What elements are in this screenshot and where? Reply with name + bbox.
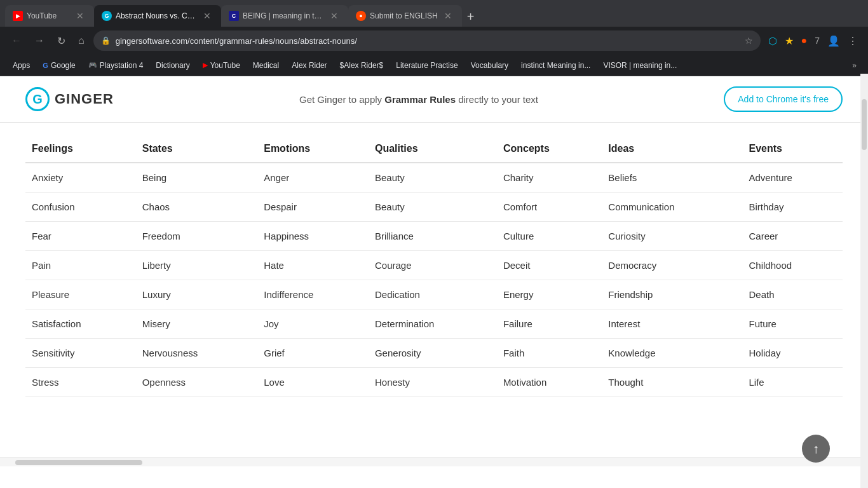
bookmark-playstation-label: Playstation 4 <box>100 61 144 70</box>
bookmarks-more-button[interactable]: » <box>848 60 860 71</box>
scrollbar-thumb[interactable] <box>862 99 867 150</box>
bookmark-playstation[interactable]: 🎮 Playstation 4 <box>83 60 149 71</box>
ginger-logo[interactable]: G GINGER <box>25 87 114 111</box>
cell-r1-c5: Communication <box>602 193 742 222</box>
cell-r0-c4: Charity <box>497 163 602 193</box>
main-content: Feelings States Emotions Qualities Conce… <box>0 123 868 410</box>
home-button[interactable]: ⌂ <box>74 32 88 49</box>
bookmark-medical[interactable]: Medical <box>248 60 284 71</box>
bookmark-alexrider[interactable]: Alex Rider <box>287 60 332 71</box>
cell-r6-c4: Faith <box>497 339 602 368</box>
cell-r4-c1: Luxury <box>136 280 258 309</box>
bookmark-google[interactable]: G Google <box>37 60 80 71</box>
ginger-logo-text: GINGER <box>55 91 114 107</box>
cell-r1-c0: Confusion <box>25 193 136 222</box>
bookmark-alexrider-label: Alex Rider <box>292 61 327 70</box>
bookmark-visor[interactable]: VISOR | meaning in... <box>598 60 682 71</box>
tab-favicon-reddit: ● <box>356 11 366 21</box>
bookmark-star-icon[interactable]: ☆ <box>745 36 753 46</box>
cell-r7-c5: Thought <box>602 368 742 397</box>
cell-r7-c1: Openness <box>136 368 258 397</box>
tab-close-reddit[interactable]: ✕ <box>442 10 454 22</box>
add-chrome-button[interactable]: Add to Chrome it's free <box>724 86 843 112</box>
cell-r4-c5: Friendship <box>602 280 742 309</box>
cell-r3-c1: Liberty <box>136 251 258 280</box>
cell-r3-c0: Pain <box>25 251 136 280</box>
tab-reddit[interactable]: ● Submit to ENGLISH ✕ <box>348 5 462 27</box>
table-row: FearFreedomHappinessBrillianceCultureCur… <box>25 222 843 251</box>
bookmark-dictionary-label: Dictionary <box>156 61 189 70</box>
refresh-button[interactable]: ↻ <box>53 32 69 50</box>
bookmark-vocabulary-label: Vocabulary <box>471 61 508 70</box>
col-emotions: Emotions <box>257 135 369 163</box>
table-row: AnxietyBeingAngerBeautyCharityBeliefsAdv… <box>25 163 843 193</box>
table-header-row: Feelings States Emotions Qualities Conce… <box>25 135 843 163</box>
user-avatar-btn[interactable]: 👤 <box>825 32 843 50</box>
bookmark-apps-label: Apps <box>13 61 30 70</box>
browser-actions: ⬡ ★ ● 7 👤 ⋮ <box>766 32 860 50</box>
page-content: G GINGER Get Ginger to apply Grammar Rul… <box>0 76 868 458</box>
cell-r4-c4: Energy <box>497 280 602 309</box>
cell-r2-c0: Fear <box>25 222 136 251</box>
cell-r5-c5: Interest <box>602 309 742 339</box>
table-row: PainLibertyHateCourageDeceitDemocracyChi… <box>25 251 843 280</box>
cell-r6-c2: Grief <box>257 339 369 368</box>
cell-r6-c3: Generosity <box>369 339 497 368</box>
cell-r3-c4: Deceit <box>497 251 602 280</box>
cell-r7-c6: Life <box>743 368 843 397</box>
new-tab-button[interactable]: + <box>462 7 480 27</box>
promo-prefix: Get Ginger to apply <box>299 94 384 105</box>
menu-button[interactable]: ⋮ <box>845 32 860 50</box>
col-events: Events <box>743 135 843 163</box>
extension-btn2[interactable]: 7 <box>812 33 822 48</box>
bookmark-alexrider2[interactable]: $Alex Rider$ <box>335 60 389 71</box>
bookmark-alexrider2-label: $Alex Rider$ <box>340 61 384 70</box>
extensions-button[interactable]: ⬡ <box>766 32 780 50</box>
back-button[interactable]: ← <box>8 32 25 49</box>
cell-r5-c6: Future <box>743 309 843 339</box>
cell-r0-c3: Beauty <box>369 163 497 193</box>
bookmark-youtube[interactable]: ▶ YouTube <box>198 60 245 71</box>
cell-r3-c2: Hate <box>257 251 369 280</box>
tab-bar: ▶ YouTube ✕ G Abstract Nouns vs. Concret… <box>0 0 868 27</box>
col-feelings: Feelings <box>25 135 136 163</box>
bookmark-instinct[interactable]: instinct Meaning in... <box>516 60 595 71</box>
cell-r6-c0: Sensitivity <box>25 339 136 368</box>
bookmark-apps[interactable]: Apps <box>8 60 35 71</box>
cell-r2-c2: Happiness <box>257 222 369 251</box>
ginger-header: G GINGER Get Ginger to apply Grammar Rul… <box>0 76 868 123</box>
cell-r5-c2: Joy <box>257 309 369 339</box>
tab-close-youtube[interactable]: ✕ <box>74 10 86 22</box>
bookmark-medical-label: Medical <box>253 61 279 70</box>
tab-ginger[interactable]: G Abstract Nouns vs. Concrete No... ✕ <box>94 5 221 27</box>
col-states: States <box>136 135 258 163</box>
cell-r3-c5: Democracy <box>602 251 742 280</box>
tab-cambridge[interactable]: C BEING | meaning in the Cambrid... ✕ <box>221 5 348 27</box>
tab-close-ginger[interactable]: ✕ <box>201 10 214 22</box>
star-bookmark-btn[interactable]: ★ <box>782 32 796 50</box>
bookmark-literature[interactable]: Literature Practise <box>391 60 463 71</box>
cell-r0-c5: Beliefs <box>602 163 742 193</box>
col-ideas: Ideas <box>602 135 742 163</box>
address-text: gingersoftware.com/content/grammar-rules… <box>116 36 740 46</box>
bottom-scrollbar-thumb[interactable] <box>15 460 142 465</box>
address-icons: ☆ <box>745 36 753 46</box>
forward-button[interactable]: → <box>31 32 48 49</box>
tab-close-cambridge[interactable]: ✕ <box>328 10 341 22</box>
cell-r2-c3: Brilliance <box>369 222 497 251</box>
cell-r1-c6: Birthday <box>743 193 843 222</box>
bookmark-playstation-icon: 🎮 <box>88 61 97 69</box>
profile-button[interactable]: ● <box>799 32 810 49</box>
ginger-promo-text: Get Ginger to apply Grammar Rules direct… <box>299 94 538 105</box>
cell-r0-c1: Being <box>136 163 258 193</box>
page-scrollbar[interactable] <box>860 74 868 466</box>
bookmark-dictionary[interactable]: Dictionary <box>151 60 194 71</box>
address-bar[interactable]: 🔒 gingersoftware.com/content/grammar-rul… <box>93 30 761 51</box>
tab-youtube[interactable]: ▶ YouTube ✕ <box>5 5 94 27</box>
bookmark-vocabulary[interactable]: Vocabulary <box>466 60 513 71</box>
tab-title-youtube: YouTube <box>27 11 70 20</box>
scroll-to-top-button[interactable]: ↑ <box>802 435 830 463</box>
bottom-scrollbar[interactable] <box>0 458 868 466</box>
cell-r3-c6: Childhood <box>743 251 843 280</box>
browser-chrome: ▶ YouTube ✕ G Abstract Nouns vs. Concret… <box>0 0 868 76</box>
